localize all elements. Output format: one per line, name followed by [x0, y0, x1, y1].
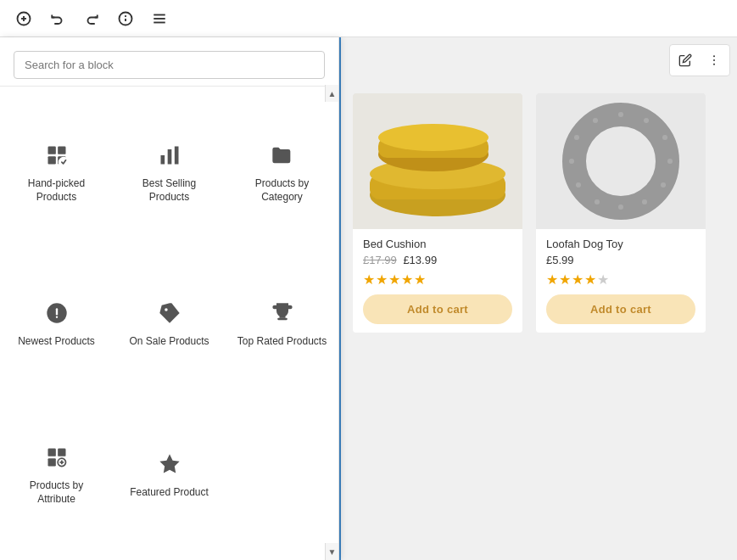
block-label-top-rated: Top Rated Products [237, 335, 327, 349]
search-area [0, 37, 338, 87]
add-to-cart-button-1[interactable]: Add to cart [363, 294, 512, 324]
star-2-5: ★ [597, 272, 609, 288]
product-price-2: £5.99 [546, 254, 695, 266]
attribute-icon [42, 442, 72, 473]
svg-point-52 [574, 135, 579, 140]
scroll-up-arrow[interactable]: ▲ [325, 85, 338, 102]
tag-icon [154, 298, 185, 328]
svg-point-20 [165, 308, 168, 311]
block-item-newest-products[interactable]: Newest Products [3, 255, 109, 392]
block-item-top-rated-products[interactable]: Top Rated Products [229, 255, 335, 392]
svg-rect-15 [167, 149, 171, 165]
star-2-1: ★ [546, 272, 558, 288]
star-1-4: ★ [401, 272, 413, 288]
product-info-1: Bed Cushion £17.99 £13.99 ★ ★ ★ ★ ★ Add … [353, 229, 522, 333]
more-options-button[interactable] [701, 47, 728, 74]
block-label-on-sale: On Sale Products [129, 335, 209, 349]
price-new-1: £13.99 [403, 254, 437, 266]
product-info-2: Loofah Dog Toy £5.99 ★ ★ ★ ★ ★ Add to ca… [536, 229, 706, 333]
svg-rect-14 [160, 155, 165, 165]
handpicked-icon [42, 140, 72, 171]
svg-point-49 [595, 199, 600, 204]
svg-point-30 [713, 55, 715, 57]
svg-point-42 [618, 112, 623, 117]
selection-border [339, 37, 341, 560]
block-label-newest-products: Newest Products [18, 335, 95, 349]
products-area: Bed Cushion £17.99 £13.99 ★ ★ ★ ★ ★ Add … [339, 80, 737, 346]
svg-rect-9 [47, 147, 55, 154]
block-item-on-sale-products[interactable]: On Sale Products [116, 255, 222, 392]
block-item-featured-product[interactable]: Featured Product [116, 399, 222, 550]
block-item-hand-picked-products[interactable]: Hand-picked Products [3, 97, 109, 248]
star-icon [154, 449, 185, 479]
menu-button[interactable] [146, 5, 173, 32]
price-single-2: £5.99 [546, 254, 574, 266]
svg-rect-25 [47, 459, 55, 467]
svg-rect-16 [174, 147, 178, 165]
block-item-products-by-category[interactable]: Products by Category [229, 97, 335, 248]
block-label-hand-picked: Hand-picked Products [10, 177, 103, 204]
svg-marker-29 [159, 455, 179, 473]
block-label-featured-product: Featured Product [130, 486, 209, 500]
block-label-best-selling: Best Selling Products [123, 177, 215, 204]
product-image-1 [353, 93, 522, 229]
svg-rect-24 [58, 449, 65, 456]
block-label-products-attribute: Products by Attribute [10, 479, 103, 506]
svg-point-32 [713, 64, 715, 65]
undo-button[interactable] [44, 5, 71, 32]
search-input-wrapper [14, 51, 325, 79]
svg-rect-11 [47, 156, 55, 164]
product-name-2: Loofah Dog Toy [546, 238, 695, 250]
star-2-4: ★ [584, 272, 596, 288]
svg-point-47 [642, 199, 647, 204]
trophy-icon [267, 298, 298, 328]
star-2-2: ★ [559, 272, 571, 288]
svg-point-39 [378, 124, 489, 151]
svg-rect-21 [279, 316, 285, 319]
svg-point-19 [55, 316, 57, 318]
main-toolbar [0, 0, 737, 37]
svg-point-43 [644, 118, 649, 123]
block-editor-toolbar [669, 44, 730, 76]
scroll-down-arrow[interactable]: ▼ [325, 543, 338, 560]
svg-point-48 [618, 204, 623, 210]
main-area: Hand-picked Products Best Selling Produc… [0, 37, 737, 560]
content-area: Bed Cushion £17.99 £13.99 ★ ★ ★ ★ ★ Add … [339, 37, 737, 560]
block-grid: Hand-picked Products Best Selling Produc… [0, 87, 338, 560]
warning-icon [42, 298, 72, 328]
star-1-1: ★ [363, 272, 375, 288]
svg-rect-22 [277, 318, 288, 320]
price-old-1: £17.99 [363, 254, 397, 266]
edit-button[interactable] [672, 47, 699, 74]
star-2-3: ★ [572, 272, 583, 288]
block-item-products-by-attribute[interactable]: Products by Attribute [3, 399, 109, 550]
info-button[interactable] [112, 5, 139, 32]
svg-point-50 [576, 182, 581, 188]
product-card-2: Loofah Dog Toy £5.99 ★ ★ ★ ★ ★ Add to ca… [536, 93, 706, 333]
svg-point-44 [662, 135, 667, 140]
svg-point-53 [593, 118, 598, 123]
svg-rect-10 [58, 147, 65, 154]
folder-icon [267, 140, 298, 171]
svg-point-45 [667, 159, 673, 164]
product-price-1: £17.99 £13.99 [363, 254, 512, 266]
star-1-2: ★ [376, 272, 388, 288]
block-item-best-selling-products[interactable]: Best Selling Products [116, 97, 222, 248]
star-1-5: ★ [414, 272, 426, 288]
product-card-1: Bed Cushion £17.99 £13.99 ★ ★ ★ ★ ★ Add … [353, 93, 522, 333]
add-to-cart-button-2[interactable]: Add to cart [546, 294, 695, 324]
stars-2: ★ ★ ★ ★ ★ [546, 272, 695, 288]
barchart-icon [154, 140, 185, 171]
product-image-2 [536, 93, 706, 229]
svg-point-46 [661, 182, 666, 188]
add-block-button[interactable] [10, 5, 37, 32]
block-search-panel: Hand-picked Products Best Selling Produc… [0, 37, 339, 560]
svg-point-51 [569, 159, 574, 164]
stars-1: ★ ★ ★ ★ ★ [363, 272, 512, 288]
search-input[interactable] [14, 52, 324, 78]
svg-rect-23 [47, 449, 55, 456]
redo-button[interactable] [78, 5, 105, 32]
star-1-3: ★ [388, 272, 400, 288]
block-label-products-category: Products by Category [236, 177, 328, 204]
svg-point-31 [713, 59, 715, 61]
